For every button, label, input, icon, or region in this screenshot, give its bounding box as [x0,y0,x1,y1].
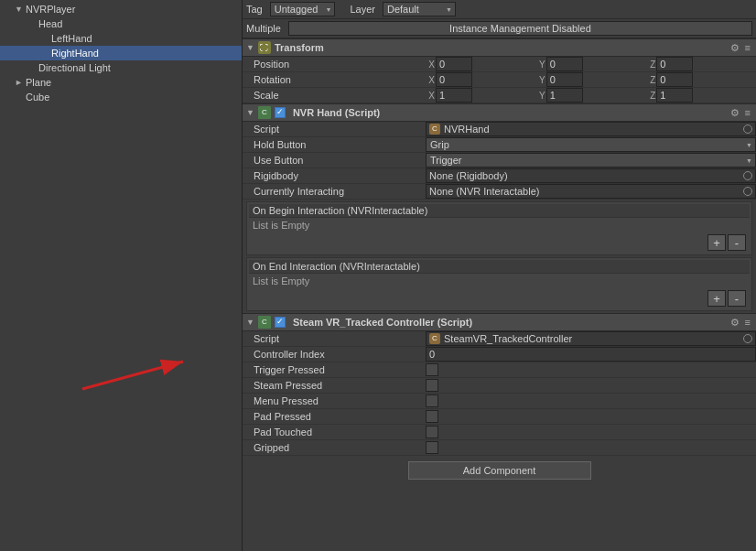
steamvr-script-ref-text: SteamVR_TrackedController [444,333,572,344]
scale-z-input[interactable] [656,88,693,103]
scale-row: Scale X Y Z [243,88,756,103]
nvrhand-settings-icon[interactable]: ⚙ [729,107,741,119]
instance-management-button[interactable]: Instance Management Disabled [288,21,752,36]
hierarchy-item-righthand[interactable]: RightHand [0,46,242,60]
rotation-y-item: Y [536,72,646,87]
hierarchy-label-cube: Cube [26,92,49,103]
hierarchy-item-cube[interactable]: Cube [0,90,242,104]
multiple-label: Multiple [246,23,281,34]
position-y-item: Y [536,57,646,71]
position-y-label: Y [536,59,545,70]
hierarchy-item-head[interactable]: Head [0,16,242,31]
tag-label: Tag [246,4,263,15]
gripped-label: Gripped [243,440,426,455]
pad-pressed-label: Pad Pressed [243,409,426,424]
rotation-value: X Y Z [426,72,756,87]
trigger-pressed-checkbox[interactable] [426,363,438,376]
on-begin-event-header: On Begin Interaction (NVRInteractable) [249,204,750,218]
tree-arrow-plane: ► [15,78,24,87]
rotation-z-input[interactable] [656,72,693,87]
use-button-row: Use Button Trigger [243,153,756,168]
currently-interacting-label: Currently Interacting [243,184,426,199]
transform-menu-icon[interactable]: ≡ [743,42,752,54]
on-begin-event-title: On Begin Interaction (NVRInteractable) [253,205,427,216]
hierarchy-label-nvrplayer: NVRPlayer [26,4,75,15]
layer-label: Layer [350,4,375,15]
rigidbody-picker-btn[interactable] [743,171,752,180]
hierarchy-item-lefthand[interactable]: LeftHand [0,31,242,46]
steamvr-script-label: Script [243,331,426,346]
nvrhand-menu-icon[interactable]: ≡ [743,107,752,119]
steam-pressed-checkbox[interactable] [426,379,438,392]
transform-fold-arrow[interactable]: ▼ [246,43,254,52]
scale-z-item: Z [646,88,756,103]
on-begin-event-footer: + - [249,232,750,253]
pad-touched-row: Pad Touched [243,425,756,440]
currently-interacting-row: Currently Interacting None (NVR Interact… [243,184,756,200]
nvrhand-script-icon: C [258,106,271,119]
gripped-checkbox[interactable] [426,441,438,454]
rigidbody-ref: None (Rigidbody) [426,168,756,183]
menu-pressed-checkbox[interactable] [426,394,438,407]
scale-z-label: Z [646,91,655,101]
nvrhand-script-ref: C NVRHand [426,122,756,136]
hierarchy-item-directionallight[interactable]: Directional Light [0,60,242,75]
hierarchy-label-plane: Plane [26,77,51,88]
rotation-x-input[interactable] [436,72,472,87]
rotation-y-label: Y [536,75,545,85]
position-xyz: X Y Z [426,57,756,71]
scale-value: X Y Z [426,88,756,103]
steamvr-section-header: ▼ C Steam VR_Tracked Controller (Script)… [243,313,756,331]
position-z-item: Z [646,57,756,71]
scale-xyz: X Y Z [426,88,756,103]
position-z-input[interactable] [656,57,693,71]
scale-x-item: X [426,88,535,103]
on-end-remove-btn[interactable]: - [728,290,746,307]
on-begin-event-list: List is Empty [249,218,750,232]
nvrhand-enabled-checkbox[interactable] [275,107,286,118]
currently-interacting-picker-btn[interactable] [743,187,752,196]
use-button-value: Trigger [426,153,756,167]
pad-pressed-checkbox[interactable] [426,410,438,423]
rigidbody-value: None (Rigidbody) [426,168,756,183]
transform-settings-icon[interactable]: ⚙ [729,42,741,54]
position-y-input[interactable] [546,57,583,71]
on-end-event-list: List is Empty [249,274,750,288]
nvrhand-title: NVR Hand (Script) [293,107,380,118]
steamvr-fold-arrow[interactable]: ▼ [246,318,254,327]
hierarchy-label-directionallight: Directional Light [38,62,111,73]
rotation-xyz: X Y Z [426,72,756,87]
gripped-value [426,441,756,454]
nvrhand-fold-arrow[interactable]: ▼ [246,108,254,117]
scale-x-input[interactable] [436,88,472,103]
on-end-add-btn[interactable]: + [707,290,726,307]
on-begin-remove-btn[interactable]: - [728,234,746,251]
position-x-input[interactable] [436,57,472,71]
steam-pressed-label: Steam Pressed [243,378,426,393]
steamvr-script-picker-btn[interactable] [743,334,752,343]
scale-y-input[interactable] [546,88,583,103]
on-begin-add-btn[interactable]: + [707,234,726,251]
use-button-dropdown[interactable]: Trigger [426,153,756,167]
hierarchy-item-plane[interactable]: ► Plane [0,75,242,90]
hold-button-dropdown[interactable]: Grip [426,137,756,152]
currently-interacting-ref-text: None (NVR Interactable) [429,186,539,197]
menu-pressed-value [426,394,756,407]
rotation-x-item: X [426,72,535,87]
position-z-label: Z [646,59,655,70]
nvrhand-script-picker-btn[interactable] [743,124,752,134]
rotation-y-input[interactable] [546,72,583,87]
layer-dropdown[interactable]: Default [383,2,456,16]
controller-index-input[interactable] [426,347,756,362]
pad-touched-checkbox[interactable] [426,426,438,438]
controller-index-row: Controller Index [243,347,756,362]
hierarchy-item-nvrplayer[interactable]: ▼ NVRPlayer [0,2,242,16]
tag-dropdown[interactable]: Untagged [270,2,336,16]
steamvr-enabled-checkbox[interactable] [275,317,286,328]
steamvr-menu-icon[interactable]: ≡ [743,317,752,329]
add-component-button[interactable]: Add Component [408,461,591,480]
transform-icon: ⛶ [258,41,271,54]
steamvr-script-ref-icon: C [429,333,440,344]
scroll-area[interactable]: Tag Untagged Layer Default Multiple Inst… [243,0,756,551]
steamvr-settings-icon[interactable]: ⚙ [729,317,741,329]
